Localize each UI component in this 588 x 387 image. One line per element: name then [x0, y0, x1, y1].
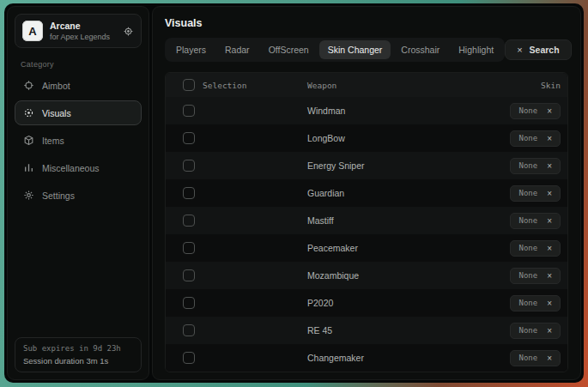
weapon-name: Mozambique	[307, 270, 473, 281]
session-duration-text: Session duration 3m 1s	[23, 356, 133, 366]
sidebar-nav: Aimbot Visuals Items Miscellaneous Setti…	[15, 73, 142, 208]
sidebar: A Arcane for Apex Legends Category Aimbo…	[7, 6, 149, 380]
clear-skin-icon[interactable]: ×	[547, 161, 552, 171]
skin-value-pill[interactable]: None ×	[510, 240, 561, 257]
clear-skin-icon[interactable]: ×	[547, 326, 552, 336]
table-row: Windman None ×	[166, 97, 567, 124]
weapon-name: Mastiff	[307, 215, 473, 226]
skin-value-pill[interactable]: None ×	[510, 323, 561, 339]
tab-skin-changer[interactable]: Skin Changer	[319, 40, 391, 59]
skin-cell: None ×	[510, 240, 567, 257]
sidebar-item-label: Settings	[42, 190, 75, 201]
sidebar-item-aimbot[interactable]: Aimbot	[15, 73, 142, 98]
clear-skin-icon[interactable]: ×	[547, 106, 552, 116]
row-checkbox[interactable]	[183, 132, 195, 144]
tab-radar[interactable]: Radar	[216, 40, 258, 59]
sidebar-item-visuals[interactable]: Visuals	[15, 100, 142, 125]
row-checkbox[interactable]	[183, 269, 195, 281]
skin-cell: None ×	[510, 350, 567, 366]
row-checkbox[interactable]	[183, 297, 195, 309]
skin-cell: None ×	[510, 268, 567, 284]
row-checkbox[interactable]	[183, 187, 195, 199]
skin-value-label: None	[518, 106, 537, 115]
skin-value-pill[interactable]: None ×	[510, 350, 561, 366]
skin-value-pill[interactable]: None ×	[510, 158, 561, 174]
skin-value-pill[interactable]: None ×	[510, 268, 561, 284]
tab-players[interactable]: Players	[167, 40, 215, 59]
category-label: Category	[21, 60, 136, 69]
row-checkbox[interactable]	[183, 215, 195, 227]
row-checkbox[interactable]	[183, 242, 195, 254]
weapon-column-header: Weapon	[307, 81, 473, 90]
weapon-name: Changemaker	[307, 353, 473, 363]
sidebar-item-label: Aimbot	[42, 81, 70, 91]
skin-value-label: None	[518, 189, 537, 197]
tab-offscreen[interactable]: OffScreen	[260, 40, 318, 59]
skin-column-header: Skin	[541, 81, 567, 90]
sidebar-item-label: Visuals	[42, 108, 71, 118]
clear-skin-icon[interactable]: ×	[547, 244, 552, 253]
clear-skin-icon[interactable]: ×	[547, 216, 552, 226]
row-checkbox-cell	[166, 352, 195, 364]
row-checkbox-cell	[166, 324, 195, 336]
skin-value-pill[interactable]: None ×	[510, 185, 561, 202]
skin-cell: None ×	[510, 213, 567, 229]
table-row: LongBow None ×	[166, 124, 567, 152]
row-checkbox[interactable]	[183, 105, 195, 117]
skin-value-label: None	[518, 354, 537, 362]
table-row: Mastiff None ×	[166, 207, 567, 234]
skin-cell: None ×	[510, 323, 567, 339]
app-subtitle: for Apex Legends	[50, 33, 116, 41]
row-checkbox-cell	[166, 160, 195, 172]
sidebar-item-miscellaneous[interactable]: Miscellaneous	[15, 155, 142, 180]
skin-value-pill[interactable]: None ×	[510, 130, 561, 147]
row-checkbox[interactable]	[183, 160, 195, 172]
clear-skin-icon[interactable]: ×	[547, 134, 552, 143]
skin-value-pill[interactable]: None ×	[510, 295, 561, 311]
clear-skin-icon[interactable]: ×	[547, 299, 552, 308]
row-checkbox-cell	[166, 269, 195, 281]
skin-table: Selection Weapon Skin Windman None ×	[165, 72, 568, 372]
row-checkbox-cell	[166, 132, 195, 144]
skin-value-label: None	[518, 161, 537, 170]
gear-icon[interactable]	[123, 26, 134, 37]
tab-crosshair[interactable]: Crosshair	[392, 40, 448, 59]
sidebar-item-icon	[23, 80, 34, 91]
app-header-card: A Arcane for Apex Legends	[15, 14, 142, 48]
clear-skin-icon[interactable]: ×	[547, 189, 552, 198]
search-button[interactable]: × Search	[505, 39, 571, 60]
clear-skin-icon[interactable]: ×	[547, 271, 552, 281]
skin-cell: None ×	[510, 185, 567, 202]
clear-skin-icon[interactable]: ×	[547, 354, 552, 363]
sidebar-item-icon	[23, 190, 34, 201]
skin-value-label: None	[518, 134, 537, 142]
skin-cell: None ×	[510, 103, 567, 119]
weapon-name: Guardian	[307, 188, 473, 198]
weapon-name: Peacemaker	[307, 243, 473, 253]
select-all-checkbox[interactable]	[183, 79, 195, 91]
sidebar-item-label: Items	[42, 136, 64, 146]
sidebar-item-settings[interactable]: Settings	[15, 183, 142, 208]
tab-highlight[interactable]: Highlight	[450, 40, 502, 59]
sub-expiry-text: Sub expires in 9d 23h	[23, 344, 133, 353]
app-window: A Arcane for Apex Legends Category Aimbo…	[4, 3, 584, 383]
table-row: Peacemaker None ×	[166, 234, 567, 262]
row-checkbox[interactable]	[183, 352, 195, 364]
skin-cell: None ×	[510, 130, 567, 147]
row-checkbox[interactable]	[183, 324, 195, 336]
sidebar-item-icon	[23, 107, 34, 118]
skin-value-pill[interactable]: None ×	[510, 103, 561, 119]
app-logo: A	[22, 21, 43, 41]
skin-value-label: None	[518, 326, 537, 335]
search-button-label: Search	[530, 45, 560, 55]
skin-value-label: None	[518, 244, 537, 252]
weapon-name: LongBow	[307, 133, 473, 143]
table-row: Guardian None ×	[166, 179, 567, 207]
app-meta: Arcane for Apex Legends	[50, 21, 116, 41]
page-title: Visuals	[165, 17, 568, 29]
skin-value-label: None	[518, 271, 537, 280]
sidebar-item-items[interactable]: Items	[15, 128, 142, 153]
skin-value-pill[interactable]: None ×	[510, 213, 561, 229]
row-checkbox-cell	[166, 297, 195, 309]
toolbar: PlayersRadarOffScreenSkin ChangerCrossha…	[165, 38, 568, 62]
